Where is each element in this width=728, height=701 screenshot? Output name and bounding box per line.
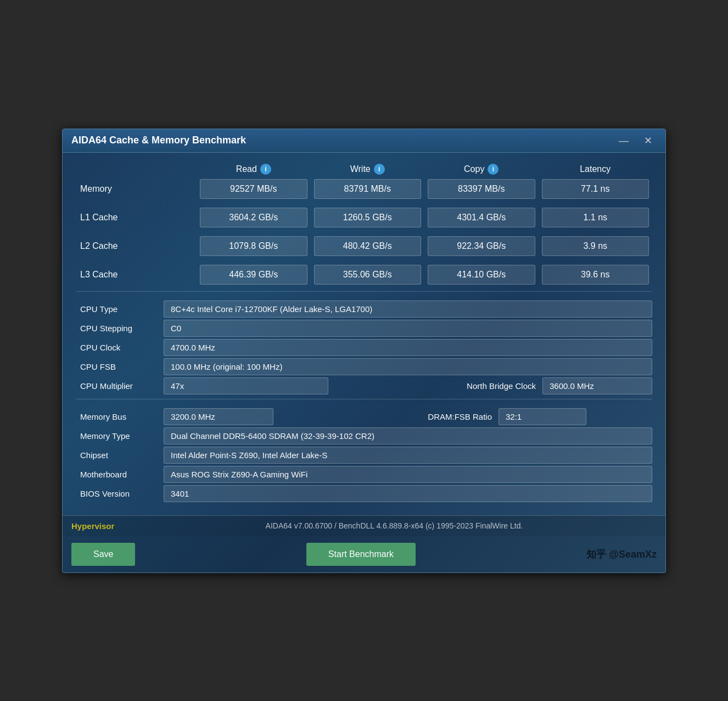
divider-2 xyxy=(76,399,652,399)
l2cache-label: L2 Cache xyxy=(76,241,197,251)
footer: Hypervisor AIDA64 v7.00.6700 / BenchDLL … xyxy=(63,515,665,536)
copy-header: Copy i xyxy=(424,164,539,175)
divider-1 xyxy=(76,291,652,292)
cpu-stepping-label: CPU Stepping xyxy=(76,324,164,333)
cpu-clock-label: CPU Clock xyxy=(76,343,164,352)
l2cache-copy: 922.34 GB/s xyxy=(428,236,535,256)
copy-info-icon[interactable]: i xyxy=(488,164,499,175)
footer-text: AIDA64 v7.00.6700 / BenchDLL 4.6.889.8-x… xyxy=(132,521,657,530)
write-info-icon[interactable]: i xyxy=(374,164,385,175)
buttons-row: Save Start Benchmark 知乎 @SeamXz xyxy=(63,536,665,572)
read-header: Read i xyxy=(197,164,311,175)
watermark-text: 知乎 @SeamXz xyxy=(586,548,657,561)
memory-row: Memory 92527 MB/s 83791 MB/s 83397 MB/s … xyxy=(76,179,652,199)
l3cache-copy: 414.10 GB/s xyxy=(428,265,535,285)
memory-label: Memory xyxy=(76,184,197,194)
window-title: AIDA64 Cache & Memory Benchmark xyxy=(71,135,246,146)
chipset-row: Chipset Intel Alder Point-S Z690, Intel … xyxy=(76,447,652,464)
memory-type-value: Dual Channel DDR5-6400 SDRAM (32-39-39-1… xyxy=(164,427,652,444)
title-bar: AIDA64 Cache & Memory Benchmark — ✕ xyxy=(63,129,665,153)
l3cache-write: 355.06 GB/s xyxy=(314,265,422,285)
latency-header: Latency xyxy=(539,164,653,174)
motherboard-label: Motherboard xyxy=(76,470,164,479)
l2cache-read: 1079.8 GB/s xyxy=(200,236,307,256)
nb-clock-value: 3600.0 MHz xyxy=(542,377,652,394)
memory-latency: 77.1 ns xyxy=(542,179,649,199)
memory-read: 92527 MB/s xyxy=(200,179,307,199)
nb-clock-label: North Bridge Clock xyxy=(328,381,542,391)
title-controls: — ✕ xyxy=(614,135,657,147)
l1cache-write: 1260.5 GB/s xyxy=(314,208,422,227)
motherboard-value: Asus ROG Strix Z690-A Gaming WiFi xyxy=(164,466,652,483)
cpu-stepping-value: C0 xyxy=(164,320,652,337)
bios-value: 3401 xyxy=(164,485,652,502)
content-area: Read i Write i Copy i Latency Memory 925… xyxy=(63,153,665,515)
column-headers: Read i Write i Copy i Latency xyxy=(76,164,652,175)
memory-type-label: Memory Type xyxy=(76,431,164,441)
l2cache-row: L2 Cache 1079.8 GB/s 480.42 GB/s 922.34 … xyxy=(76,236,652,256)
cpu-fsb-label: CPU FSB xyxy=(76,362,164,371)
l2cache-write: 480.42 GB/s xyxy=(314,236,422,256)
memory-info-section: Memory Bus 3200.0 MHz DRAM:FSB Ratio 32:… xyxy=(76,408,652,502)
chipset-value: Intel Alder Point-S Z690, Intel Alder La… xyxy=(164,447,652,464)
memory-bus-row: Memory Bus 3200.0 MHz DRAM:FSB Ratio 32:… xyxy=(76,408,652,425)
l3cache-latency: 39.6 ns xyxy=(542,265,649,285)
memory-copy: 83397 MB/s xyxy=(428,179,535,199)
memory-bus-label: Memory Bus xyxy=(76,412,164,421)
cpu-type-label: CPU Type xyxy=(76,304,164,314)
cpu-multiplier-value: 47x xyxy=(164,377,328,394)
l3cache-row: L3 Cache 446.39 GB/s 355.06 GB/s 414.10 … xyxy=(76,265,652,285)
save-button[interactable]: Save xyxy=(71,543,135,566)
start-benchmark-button[interactable]: Start Benchmark xyxy=(306,543,416,566)
cpu-info-section: CPU Type 8C+4c Intel Core i7-12700KF (Al… xyxy=(76,301,652,394)
l2cache-latency: 3.9 ns xyxy=(542,236,649,256)
memory-type-row: Memory Type Dual Channel DDR5-6400 SDRAM… xyxy=(76,427,652,444)
memory-write: 83791 MB/s xyxy=(314,179,422,199)
motherboard-row: Motherboard Asus ROG Strix Z690-A Gaming… xyxy=(76,466,652,483)
read-info-icon[interactable]: i xyxy=(260,164,271,175)
l1cache-copy: 4301.4 GB/s xyxy=(428,208,535,227)
close-button[interactable]: ✕ xyxy=(640,135,657,147)
l1cache-label: L1 Cache xyxy=(76,213,197,222)
cpu-fsb-value: 100.0 MHz (original: 100 MHz) xyxy=(164,358,652,375)
l1cache-read: 3604.2 GB/s xyxy=(200,208,307,227)
cpu-clock-row: CPU Clock 4700.0 MHz xyxy=(76,339,652,356)
bios-label: BIOS Version xyxy=(76,489,164,498)
l1cache-latency: 1.1 ns xyxy=(542,208,649,227)
bios-row: BIOS Version 3401 xyxy=(76,485,652,502)
l1cache-row: L1 Cache 3604.2 GB/s 1260.5 GB/s 4301.4 … xyxy=(76,208,652,227)
cpu-clock-value: 4700.0 MHz xyxy=(164,339,652,356)
dram-fsb-label: DRAM:FSB Ratio xyxy=(273,412,499,421)
cpu-type-row: CPU Type 8C+4c Intel Core i7-12700KF (Al… xyxy=(76,301,652,318)
write-header: Write i xyxy=(311,164,425,175)
hypervisor-label: Hypervisor xyxy=(71,521,132,531)
cpu-multiplier-row: CPU Multiplier 47x North Bridge Clock 36… xyxy=(76,377,652,394)
cpu-stepping-row: CPU Stepping C0 xyxy=(76,320,652,337)
minimize-button[interactable]: — xyxy=(614,135,633,147)
l3cache-label: L3 Cache xyxy=(76,270,197,280)
dram-fsb-value: 32:1 xyxy=(499,408,586,425)
chipset-label: Chipset xyxy=(76,450,164,460)
l3cache-read: 446.39 GB/s xyxy=(200,265,307,285)
memory-bus-value: 3200.0 MHz xyxy=(164,408,273,425)
cpu-fsb-row: CPU FSB 100.0 MHz (original: 100 MHz) xyxy=(76,358,652,375)
cpu-type-value: 8C+4c Intel Core i7-12700KF (Alder Lake-… xyxy=(164,301,652,318)
cpu-multiplier-label: CPU Multiplier xyxy=(76,381,164,391)
main-window: AIDA64 Cache & Memory Benchmark — ✕ Read… xyxy=(62,129,666,573)
